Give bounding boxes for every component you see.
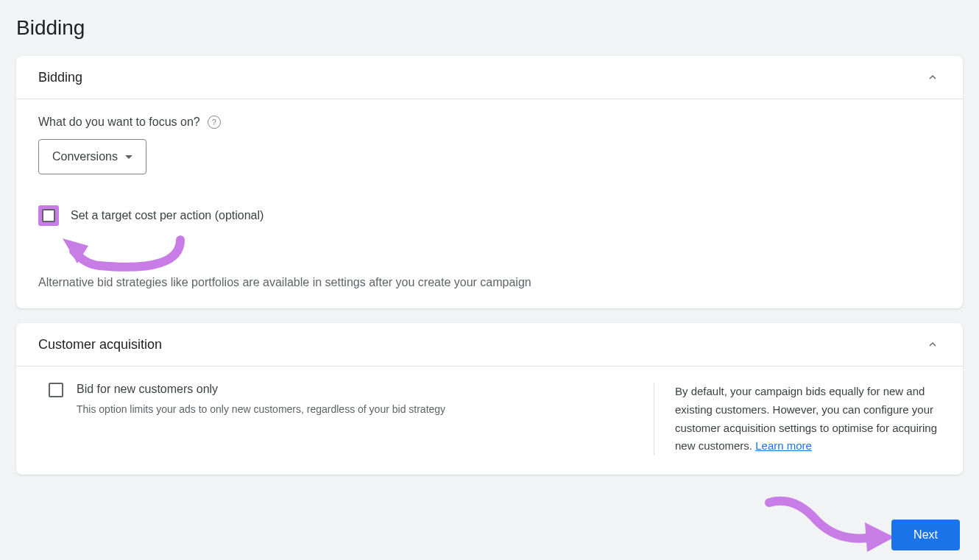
- customer-info-panel: By default, your campaign bids equally f…: [654, 383, 941, 456]
- chevron-up-icon[interactable]: [925, 69, 941, 85]
- customer-card-body: Bid for new customers only This option l…: [16, 366, 963, 475]
- bidding-card-title: Bidding: [38, 70, 82, 85]
- annotation-arrow-icon: [758, 492, 898, 558]
- caret-down-icon: [125, 155, 132, 159]
- new-customers-label: Bid for new customers only: [77, 383, 445, 396]
- help-icon[interactable]: ?: [208, 116, 221, 129]
- alt-strategies-text: Alternative bid strategies like portfoli…: [38, 276, 941, 289]
- bidding-card: Bidding What do you want to focus on? ? …: [16, 56, 963, 308]
- customer-acquisition-card: Customer acquisition Bid for new custome…: [16, 323, 963, 475]
- next-button[interactable]: Next: [891, 520, 960, 550]
- dropdown-value: Conversions: [52, 150, 118, 163]
- customer-card-header[interactable]: Customer acquisition: [16, 323, 963, 366]
- target-cpa-checkbox-highlight: [38, 205, 59, 226]
- target-cpa-checkbox[interactable]: [42, 209, 55, 222]
- new-customers-checkbox[interactable]: [49, 383, 63, 397]
- chevron-up-icon[interactable]: [925, 336, 941, 352]
- new-customers-subtext: This option limits your ads to only new …: [77, 403, 445, 415]
- focus-label: What do you want to focus on?: [38, 116, 200, 129]
- bidding-card-body: What do you want to focus on? ? Conversi…: [16, 99, 963, 308]
- focus-dropdown[interactable]: Conversions: [38, 139, 146, 174]
- target-cpa-label: Set a target cost per action (optional): [71, 209, 264, 222]
- bidding-card-header[interactable]: Bidding: [16, 56, 963, 99]
- page-title: Bidding: [16, 16, 963, 40]
- svg-marker-1: [865, 522, 894, 552]
- learn-more-link[interactable]: Learn more: [755, 439, 812, 452]
- customer-card-title: Customer acquisition: [38, 337, 162, 352]
